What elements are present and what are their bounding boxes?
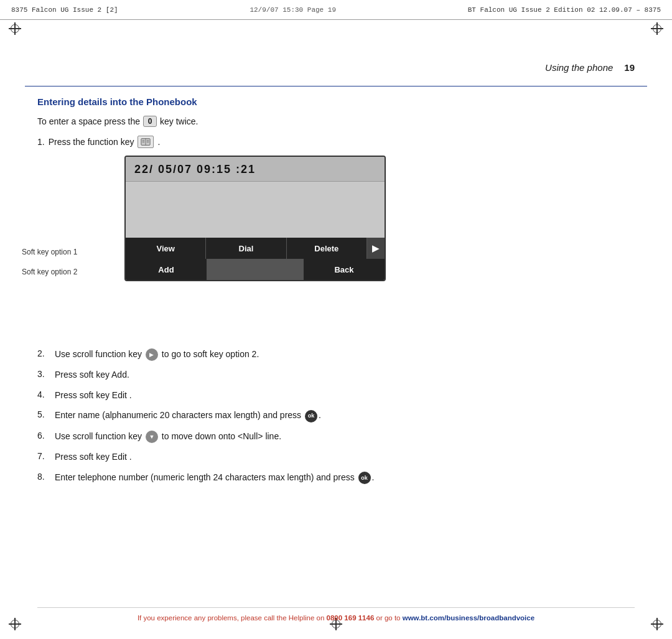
step-4: 4. Press soft key Edit . (37, 389, 635, 402)
scroll-down-icon: ▼ (146, 431, 158, 443)
page-number: 19 (624, 62, 635, 73)
step-5-text: Enter name (alphanumeric 20 characters m… (55, 409, 635, 422)
header-left: 8375 Falcon UG Issue 2 [2] (11, 6, 118, 14)
softkey-labels: Soft key option 1 Soft key option 2 (22, 156, 118, 279)
footer: If you experience any problems, please c… (37, 607, 635, 622)
step-3: 3. Press soft key Add. (37, 369, 635, 381)
phone-screen-area: Soft key option 1 Soft key option 2 22/ … (124, 156, 423, 281)
phone-screen-body (126, 182, 385, 238)
step-1-num: 1. (37, 137, 45, 147)
softkey-view-btn[interactable]: View (126, 238, 206, 259)
step-1-text: 1. Press the function key . (37, 136, 635, 148)
scroll-right-icon: ▶ (146, 348, 158, 361)
step-1-label: Press the function key (49, 137, 134, 147)
section-divider (25, 86, 647, 86)
reg-mark-bottom-right (651, 618, 663, 630)
header-watermark: BT Falcon UG Issue 2 Edition 02 12.09.07… (468, 6, 661, 14)
step-7-num: 7. (37, 451, 51, 461)
reg-mark-top-left (9, 22, 21, 35)
section-heading: Entering details into the Phonebook (37, 96, 635, 107)
step-6-text: Use scroll function key ▼ to move down o… (55, 431, 635, 443)
softkey-label-2: Soft key option 2 (22, 268, 118, 276)
steps-list: 2. Use scroll function key ▶ to go to so… (37, 348, 635, 492)
intro-text: To enter a space press the 0 key twice. (37, 116, 635, 127)
header-bar: 8375 Falcon UG Issue 2 [2] 12/9/07 15:30… (0, 0, 672, 20)
footer-middle: or go to (376, 614, 401, 622)
intro-before: To enter a space press the (37, 116, 140, 126)
softkey-arrow-btn[interactable]: ▶ (367, 238, 385, 259)
softkeys-row-1: View Dial Delete ▶ (126, 238, 385, 259)
softkey-add-btn[interactable]: Add (126, 259, 207, 280)
step-8: 8. Enter telephone number (numeric lengt… (37, 472, 635, 484)
function-key-icon (138, 136, 154, 148)
step-7: 7. Press soft key Edit . (37, 451, 635, 464)
step-4-text: Press soft key Edit . (55, 389, 635, 402)
phone-screen-datetime: 22/ 05/07 09:15 :21 (126, 157, 385, 182)
softkey-label-1: Soft key option 1 (22, 248, 118, 256)
ok-icon-5: ok (305, 410, 317, 422)
step-2-text: Use scroll function key ▶ to go to soft … (55, 348, 635, 361)
step-8-text: Enter telephone number (numeric length 2… (55, 472, 635, 484)
reg-mark-top-right (651, 22, 663, 35)
header-center: 12/9/07 15:30 Page 19 (250, 6, 336, 14)
softkey-delete-btn[interactable]: Delete (287, 238, 367, 259)
page-title-area: Using the phone 19 (545, 62, 635, 73)
footer-phone: 0800 169 1146 (327, 614, 375, 622)
ok-icon-8: ok (358, 472, 371, 484)
softkey-back-btn[interactable]: Back (304, 259, 385, 280)
softkey-dial-btn[interactable]: Dial (206, 238, 286, 259)
step-8-num: 8. (37, 472, 51, 482)
step-5-num: 5. (37, 409, 51, 419)
key-0-badge: 0 (143, 116, 157, 127)
page-title: Using the phone (545, 62, 613, 73)
footer-url[interactable]: www.bt.com/business/broadbandvoice (403, 614, 534, 622)
step-2-num: 2. (37, 348, 51, 358)
softkeys-row-2: Add Back (126, 259, 385, 280)
reg-mark-bottom-left (9, 618, 21, 630)
step-7-text: Press soft key Edit . (55, 451, 635, 464)
step-6: 6. Use scroll function key ▼ to move dow… (37, 431, 635, 443)
step-2: 2. Use scroll function key ▶ to go to so… (37, 348, 635, 361)
step-1-period: . (157, 137, 160, 147)
step-4-num: 4. (37, 389, 51, 399)
step-6-num: 6. (37, 431, 51, 441)
step-3-num: 3. (37, 369, 51, 379)
step-3-text: Press soft key Add. (55, 369, 635, 381)
step-5: 5. Enter name (alphanumeric 20 character… (37, 409, 635, 422)
intro-after: key twice. (160, 116, 198, 126)
main-content: Entering details into the Phonebook To e… (37, 96, 635, 154)
phone-screen: 22/ 05/07 09:15 :21 View Dial Delete ▶ A… (124, 156, 386, 281)
footer-prefix: If you experience any problems, please c… (138, 614, 324, 622)
